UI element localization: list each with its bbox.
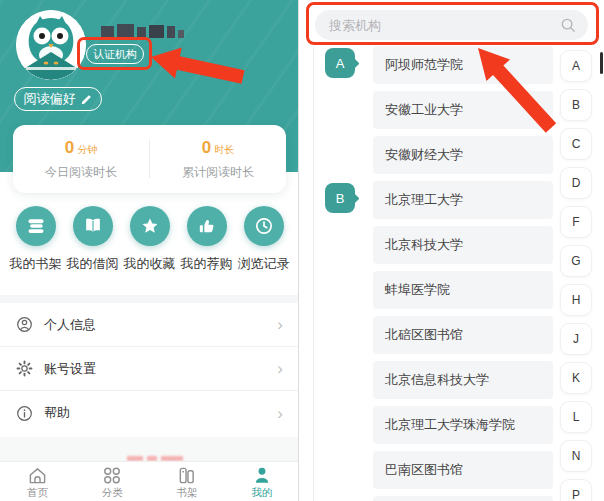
screenshot: 认证机构 阅读偏好 0分钟 今日阅读时长 0时长 累计阅读时长 — [0, 0, 604, 501]
section-divider — [0, 295, 299, 303]
star-icon — [140, 216, 160, 236]
index-letter[interactable]: G — [560, 245, 592, 277]
reading-stats-card: 0分钟 今日阅读时长 0时长 累计阅读时长 — [13, 125, 286, 193]
user-icon — [16, 316, 33, 333]
home-icon — [27, 466, 48, 485]
institution-row[interactable]: B 北京理工大学 — [373, 181, 553, 219]
shortcut-label: 我的收藏 — [124, 255, 176, 273]
index-letter[interactable]: N — [560, 440, 592, 472]
shortcut-my-borrowing[interactable]: 我的借阅 — [65, 206, 120, 273]
institution-name: 北京理工大学 — [385, 191, 463, 209]
category-icon — [102, 466, 122, 485]
institution-row-partial[interactable] — [373, 496, 553, 501]
section-badge: B — [325, 183, 355, 213]
today-value: 0 — [65, 138, 74, 157]
index-letter[interactable]: J — [560, 323, 592, 355]
index-letter[interactable]: A — [560, 50, 592, 82]
menu-label: 个人信息 — [44, 316, 96, 334]
institution-row[interactable]: 北京信息科技大学 — [373, 361, 553, 399]
total-value: 0 — [202, 138, 211, 157]
open-book-icon — [83, 216, 103, 236]
institution-row[interactable]: 北京科技大学 — [373, 226, 553, 264]
menu-label: 账号设置 — [44, 360, 96, 378]
bottom-tab-bar: 首页 分类 书架 — [0, 461, 299, 501]
list-gutter-divider — [313, 46, 314, 501]
shortcut-label: 我的书架 — [10, 255, 62, 273]
owl-logo-icon — [16, 10, 86, 80]
institution-name: 北京信息科技大学 — [385, 371, 489, 389]
pencil-icon — [81, 93, 93, 105]
total-reading-stat: 0时长 累计阅读时长 — [150, 138, 286, 181]
info-icon — [16, 405, 33, 422]
institution-name: 安徽财经大学 — [385, 146, 463, 164]
institution-search-screen: A 阿坝师范学院 安徽工业大学 安徽财经大学 B 北京理工大学 北京科技大学 — [303, 0, 604, 501]
shelf-icon — [176, 466, 197, 485]
menu-label: 帮助 — [44, 404, 70, 422]
index-letter[interactable]: P — [560, 479, 592, 501]
gear-icon — [16, 360, 33, 377]
annotation-arrow-icon — [471, 44, 561, 139]
username-redacted — [101, 24, 184, 38]
tab-home[interactable]: 首页 — [0, 462, 75, 501]
institution-name: 巴南区图书馆 — [385, 461, 463, 479]
annotation-arrow-icon — [148, 42, 248, 90]
institution-row[interactable]: 巴南区图书馆 — [373, 451, 553, 489]
shortcut-browsing-history[interactable]: 浏览记录 — [236, 206, 291, 273]
institution-name: 蚌埠医学院 — [385, 281, 450, 299]
menu-item-personal-info[interactable]: 个人信息 › — [0, 303, 299, 347]
shortcut-row: 我的书架 我的借阅 我的收藏 我的荐购 — [0, 206, 299, 273]
shortcut-my-bookshelf[interactable]: 我的书架 — [8, 206, 63, 273]
chevron-right-icon: › — [277, 360, 283, 377]
institution-name: 北京科技大学 — [385, 236, 463, 254]
alphabet-index: A B C D F G H J K L N P — [560, 50, 592, 501]
reading-preference-button[interactable]: 阅读偏好 — [14, 87, 102, 111]
bookshelf-icon — [26, 216, 46, 236]
institution-row[interactable]: 安徽财经大学 — [373, 136, 553, 174]
institution-row[interactable]: 北京理工大学珠海学院 — [373, 406, 553, 444]
today-reading-stat: 0分钟 今日阅读时长 — [13, 138, 149, 181]
institution-row[interactable]: 蚌埠医学院 — [373, 271, 553, 309]
profile-icon — [252, 466, 272, 485]
tab-label: 书架 — [176, 486, 197, 500]
shortcut-my-recommendations[interactable]: 我的荐购 — [179, 206, 234, 273]
total-unit: 时长 — [214, 144, 234, 155]
tab-label: 分类 — [102, 486, 123, 500]
institution-name: 安徽工业大学 — [385, 101, 463, 119]
profile-screen: 认证机构 阅读偏好 0分钟 今日阅读时长 0时长 累计阅读时长 — [0, 0, 299, 501]
menu-item-account-settings[interactable]: 账号设置 › — [0, 347, 299, 391]
chevron-right-icon: › — [277, 316, 283, 333]
institution-name: 北京理工大学珠海学院 — [385, 416, 515, 434]
institution-name: 阿坝师范学院 — [385, 56, 463, 74]
tab-label: 我的 — [251, 486, 272, 500]
index-letter[interactable]: B — [560, 89, 592, 121]
section-badge: A — [325, 48, 355, 78]
chevron-right-icon: › — [277, 405, 283, 422]
index-letter[interactable]: L — [560, 401, 592, 433]
reading-preference-label: 阅读偏好 — [24, 90, 76, 108]
tab-bookshelf[interactable]: 书架 — [150, 462, 225, 501]
thumb-up-icon — [197, 216, 217, 236]
today-unit: 分钟 — [77, 144, 97, 155]
institution-name: 北碚区图书馆 — [385, 326, 463, 344]
today-label: 今日阅读时长 — [13, 164, 149, 181]
settings-menu: 个人信息 › 账号设置 › — [0, 303, 299, 435]
menu-item-help[interactable]: 帮助 › — [0, 391, 299, 435]
tab-label: 首页 — [27, 486, 48, 500]
index-letter[interactable]: K — [560, 362, 592, 394]
institution-row[interactable]: 北碚区图书馆 — [373, 316, 553, 354]
total-label: 累计阅读时长 — [150, 164, 286, 181]
tab-mine[interactable]: 我的 — [224, 462, 299, 501]
shortcut-label: 我的借阅 — [67, 255, 119, 273]
index-letter[interactable]: F — [560, 206, 592, 238]
shortcut-label: 浏览记录 — [238, 255, 290, 273]
shortcut-label: 我的荐购 — [181, 255, 233, 273]
index-letter[interactable]: C — [560, 128, 592, 160]
scrollbar[interactable] — [600, 52, 603, 74]
index-letter[interactable]: D — [560, 167, 592, 199]
shortcut-my-favorites[interactable]: 我的收藏 — [122, 206, 177, 273]
avatar[interactable] — [16, 10, 86, 80]
annotation-highlight-box — [77, 37, 152, 70]
index-letter[interactable]: H — [560, 284, 592, 316]
clock-icon — [254, 216, 274, 236]
tab-categories[interactable]: 分类 — [75, 462, 150, 501]
